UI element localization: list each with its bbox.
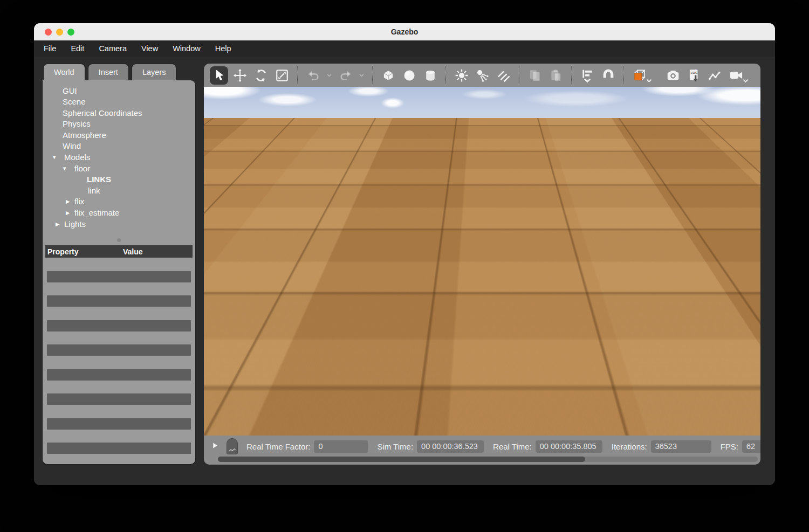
splitter-handle[interactable]: [117, 238, 121, 242]
directional-light-button[interactable]: [495, 66, 513, 85]
insert-sphere-button[interactable]: [400, 66, 419, 85]
toolbar-separator: [445, 66, 446, 85]
tree-item-lights[interactable]: ▶Lights: [43, 219, 195, 230]
data-logger-button[interactable]: LOG: [685, 66, 703, 85]
table-row: [47, 418, 191, 430]
menu-bar: FileEditCameraViewWindowHelp: [34, 40, 775, 57]
view-angle-button[interactable]: [630, 66, 649, 85]
undo-button[interactable]: [304, 66, 323, 85]
step-world-button[interactable]: [227, 438, 238, 454]
tree-item-label: Wind: [63, 141, 81, 150]
drone-model[interactable]: [433, 238, 557, 297]
screenshot-button[interactable]: [664, 66, 682, 85]
tree-item-gui[interactable]: GUI: [43, 86, 195, 97]
tree-item-flix-estimate[interactable]: ▶flix_estimate: [43, 208, 195, 219]
tree-item-label: floor: [74, 164, 90, 173]
toolbar-separator: [571, 66, 572, 85]
record-video-button[interactable]: [727, 66, 745, 85]
tree-item-label: Lights: [64, 219, 86, 229]
expand-arrow-icon[interactable]: ▶: [66, 196, 70, 208]
insert-box-button[interactable]: [379, 66, 397, 85]
horizontal-scrollbar[interactable]: [218, 457, 758, 462]
tree-item-label: link: [88, 186, 100, 195]
tree-item-link[interactable]: link: [43, 185, 195, 197]
tree-item-flix[interactable]: ▶flix: [43, 196, 195, 208]
panel-body: GUISceneSpherical CoordinatesPhysicsAtmo…: [42, 80, 196, 465]
iterations-field-value: 36523: [651, 440, 711, 453]
close-button[interactable]: [45, 29, 52, 36]
tab-layers[interactable]: Layers: [132, 64, 177, 80]
tree-item-links[interactable]: LINKS: [43, 174, 195, 185]
redo-button[interactable]: [337, 66, 355, 85]
real-time-field-value: 00 00:00:35.805: [536, 440, 602, 453]
tree-item-label: flix: [74, 197, 84, 206]
toolbar-separator: [623, 66, 624, 85]
panel-tabs: WorldInsertLayers: [42, 64, 196, 80]
undo-history-button[interactable]: [325, 66, 334, 85]
collapse-arrow-icon[interactable]: ▼: [62, 163, 67, 175]
insert-cylinder-button[interactable]: [421, 66, 440, 85]
snap-magnet-button[interactable]: [599, 66, 618, 85]
tree-item-wind[interactable]: Wind: [43, 141, 195, 152]
menu-item-window[interactable]: Window: [173, 44, 201, 53]
tab-world[interactable]: World: [43, 64, 85, 80]
align-button[interactable]: [578, 66, 597, 85]
minimize-button[interactable]: [56, 29, 63, 36]
point-light-button[interactable]: [453, 66, 471, 85]
expand-arrow-icon[interactable]: ▶: [56, 219, 59, 230]
menu-item-file[interactable]: File: [44, 44, 56, 53]
select-tool-button[interactable]: [210, 66, 228, 85]
menu-item-camera[interactable]: Camera: [99, 44, 127, 53]
tree-item-label: Spherical Coordinates: [63, 108, 142, 118]
tree-item-floor[interactable]: ▼floor: [43, 163, 195, 175]
spot-light-button[interactable]: [474, 66, 492, 85]
copy-button[interactable]: [526, 66, 544, 85]
tree-item-label: Physics: [63, 119, 91, 128]
tree-item-label: GUI: [63, 86, 77, 95]
translate-tool-button[interactable]: [231, 66, 249, 85]
viewport-3d[interactable]: [204, 87, 760, 436]
tree-item-label: Atmosphere: [63, 130, 106, 140]
scale-tool-button[interactable]: [273, 66, 291, 85]
status-row: Real Time Factor:0Sim Time:00 00:00:36.5…: [204, 436, 760, 454]
expand-arrow-icon[interactable]: ▶: [66, 208, 70, 219]
tree-item-models[interactable]: ▼Models: [43, 152, 195, 163]
menu-item-edit[interactable]: Edit: [71, 44, 84, 53]
real-time-factor-field-label: Real Time Factor:: [246, 442, 310, 451]
table-row: [47, 369, 191, 381]
tree-item-physics[interactable]: Physics: [43, 119, 195, 130]
table-row: [47, 320, 191, 331]
real-time-factor-field-value: 0: [314, 440, 368, 453]
table-row: [47, 393, 191, 405]
fps-field-value: 62: [742, 440, 760, 453]
zoom-button[interactable]: [67, 29, 74, 36]
menu-item-view[interactable]: View: [141, 44, 158, 53]
tree-item-atmosphere[interactable]: Atmosphere: [43, 130, 195, 141]
expand-panel-button[interactable]: [211, 441, 219, 451]
gazebo-window: Gazebo FileEditCameraViewWindowHelp Worl…: [34, 23, 775, 485]
scrollbar-thumb[interactable]: [218, 457, 585, 462]
real-time-field: Real Time:00 00:00:35.805: [493, 440, 602, 453]
property-table-header: Property Value: [45, 245, 193, 258]
menu-item-help[interactable]: Help: [215, 44, 231, 53]
tree-item-label: flix_estimate: [74, 208, 119, 217]
table-row: [47, 344, 191, 356]
tree-item-label: LINKS: [87, 175, 111, 184]
fps-field-label: FPS:: [721, 442, 738, 451]
table-row: [47, 271, 191, 282]
sim-time-field-label: Sim Time:: [377, 442, 413, 451]
table-row: [47, 443, 191, 454]
status-fields: Real Time Factor:0Sim Time:00 00:00:36.5…: [246, 440, 760, 453]
left-panel: WorldInsertLayers GUISceneSpherical Coor…: [42, 64, 196, 465]
tree-item-spherical-coordinates[interactable]: Spherical Coordinates: [43, 108, 195, 119]
chevron-down-icon: [646, 77, 653, 84]
plot-window-button[interactable]: [706, 66, 724, 85]
collapse-arrow-icon[interactable]: ▼: [52, 152, 57, 163]
tab-insert[interactable]: Insert: [88, 64, 129, 80]
chevron-down-icon: [742, 77, 749, 84]
paste-button[interactable]: [547, 66, 565, 85]
tree-item-scene[interactable]: Scene: [43, 96, 195, 108]
property-table-rows: [45, 271, 193, 454]
rotate-tool-button[interactable]: [252, 66, 270, 85]
redo-history-button[interactable]: [358, 66, 366, 85]
